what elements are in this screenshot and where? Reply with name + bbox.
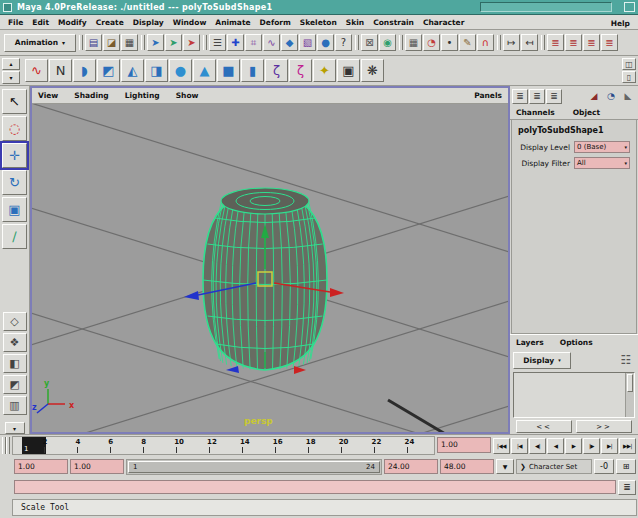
select-tool[interactable]: ↖ — [2, 89, 27, 114]
viewport-menu-item[interactable]: View — [38, 91, 74, 100]
snap-magnet-icon[interactable]: ∩ — [477, 34, 494, 51]
layer-list-scrollbar[interactable] — [625, 373, 634, 417]
move-tool[interactable]: ✛ — [2, 143, 27, 168]
select-object-icon[interactable]: ➤ — [165, 34, 182, 51]
hypershade-icon[interactable]: ◔ — [423, 34, 440, 51]
toggle-channel-box-icon[interactable]: ≣ — [583, 34, 600, 51]
selection-mask-menu-icon[interactable]: ☰ — [209, 34, 226, 51]
range-slider-bar[interactable]: 1 24 — [128, 461, 380, 473]
menu-help[interactable]: Help — [611, 17, 638, 30]
layer-display-dropdown[interactable]: Display▾ — [513, 352, 571, 369]
render-current-frame-icon[interactable]: • — [441, 34, 458, 51]
viewport-canvas[interactable]: y x z persp — [32, 104, 508, 432]
shelf-editor-icon[interactable]: ◫ — [622, 58, 636, 70]
toggle-panel-layout-icon[interactable]: ≣ — [601, 34, 618, 51]
show-manipulator-tool[interactable]: ∕ — [2, 224, 27, 249]
current-time-field[interactable]: 1.00 — [437, 437, 491, 453]
ik-handle-icon[interactable]: ζ — [289, 59, 312, 82]
menu-constrain[interactable]: Constrain — [373, 16, 423, 29]
set-key-button[interactable]: -0 — [594, 459, 614, 474]
layer-nav-button[interactable]: >> — [576, 420, 632, 433]
menu-character[interactable]: Character — [423, 16, 473, 29]
menu-modify[interactable]: Modify — [58, 16, 96, 29]
layout-single-pane-button[interactable]: ◇ — [3, 312, 27, 331]
command-line-input[interactable] — [14, 480, 616, 494]
animation-end-field[interactable]: 48.00 — [440, 459, 494, 474]
paint-effects-brush-icon[interactable]: ❋ — [361, 59, 384, 82]
animation-start-field[interactable]: 1.00 — [14, 459, 68, 474]
channel-box-menu-item[interactable]: Channels — [516, 108, 555, 117]
output-connections-icon[interactable]: ↤ — [521, 34, 538, 51]
paint-effects-icon[interactable]: ✎ — [459, 34, 476, 51]
barrel-object[interactable] — [203, 188, 327, 370]
select-all-icon[interactable]: ✚ — [227, 34, 244, 51]
planar-icon[interactable]: ◨ — [145, 59, 168, 82]
play-backwards-button[interactable]: ◀ — [547, 438, 564, 454]
nurbs-cone-icon[interactable]: ▲ — [193, 59, 216, 82]
step-back-key-button[interactable]: ◀| — [529, 438, 546, 454]
play-forwards-button[interactable]: ▶ — [565, 438, 582, 454]
input-connections-icon[interactable]: ↦ — [503, 34, 520, 51]
lock-selection-icon[interactable]: ⊠ — [361, 34, 378, 51]
maximize-button[interactable] — [624, 2, 635, 12]
nurbs-sphere-icon[interactable]: ● — [169, 59, 192, 82]
select-hierarchy-icon[interactable]: ➤ — [147, 34, 164, 51]
node-name[interactable]: polyToSubdShape1 — [512, 124, 636, 141]
channelbox-layout-1-icon[interactable]: ≣ — [512, 89, 528, 104]
scale-tool[interactable]: ▣ — [2, 197, 27, 222]
layout-four-pane-button[interactable]: ❖ — [3, 333, 27, 352]
menu-animate[interactable]: Animate — [215, 16, 259, 29]
viewport-menu-item[interactable]: Lighting — [125, 91, 176, 100]
open-scene-icon[interactable]: ◪ — [103, 34, 120, 51]
make-live-icon[interactable]: ● — [317, 34, 334, 51]
poly-cube-icon[interactable]: ■ — [217, 59, 240, 82]
layout-more-button[interactable]: ▾ — [5, 422, 25, 434]
viewport-menu-item[interactable]: Show — [176, 91, 215, 100]
menu-display[interactable]: Display — [133, 16, 173, 29]
toggle-tool-settings-icon[interactable]: ≣ — [565, 34, 582, 51]
menu-skeleton[interactable]: Skeleton — [300, 16, 346, 29]
step-forward-frame-button[interactable]: ▶| — [601, 438, 618, 454]
go-to-start-button[interactable]: |◀◀ — [493, 438, 510, 454]
snap-to-grids-icon[interactable]: ⌗ — [245, 34, 262, 51]
playback-end-field[interactable]: 24.00 — [384, 459, 438, 474]
character-set-field[interactable]: ❯ Character Set — [516, 459, 592, 474]
layout-persp-outliner-button[interactable]: ◧ — [3, 354, 27, 373]
menu-create[interactable]: Create — [96, 16, 133, 29]
script-editor-button[interactable]: ≣ — [618, 480, 636, 495]
manip-slow-icon[interactable]: ◢ — [586, 89, 602, 104]
new-scene-icon[interactable]: ▤ — [85, 34, 102, 51]
menu-window[interactable]: Window — [173, 16, 216, 29]
go-to-end-button[interactable]: ▶▶| — [619, 438, 636, 454]
save-scene-icon[interactable]: ▦ — [121, 34, 138, 51]
channelbox-layout-3-icon[interactable]: ≣ — [546, 89, 562, 104]
highlight-selection-icon[interactable]: ◉ — [379, 34, 396, 51]
layer-menu-item[interactable]: Layers — [516, 338, 544, 347]
shelf-tab-up-button[interactable]: ▴ — [2, 58, 20, 71]
shelf-tab-down-button[interactable]: ▾ — [2, 71, 20, 84]
step-forward-key-button[interactable]: |▶ — [583, 438, 600, 454]
snap-to-curves-icon[interactable]: ∿ — [263, 34, 280, 51]
drag-handle[interactable] — [0, 435, 12, 456]
menu-set-selector[interactable]: Animation▾ — [4, 34, 76, 52]
loft-icon[interactable]: ◩ — [97, 59, 120, 82]
lasso-select-tool[interactable]: ◌ — [2, 116, 27, 141]
cv-curve-tool-icon[interactable]: ∿ — [25, 59, 48, 82]
layout-hypershade-button[interactable]: ▥ — [3, 396, 27, 415]
select-component-icon[interactable]: ➤ — [183, 34, 200, 51]
text-curve-tool-icon[interactable]: N — [49, 59, 72, 82]
camera-icon[interactable]: ▣ — [337, 59, 360, 82]
poly-cylinder-icon[interactable]: ▮ — [241, 59, 264, 82]
auto-keyframe-toggle[interactable]: ⊞ — [616, 459, 636, 474]
perspective-viewport[interactable]: ViewShadingLightingShow Panels — [30, 86, 510, 434]
layer-stack-icon[interactable]: ☷ — [617, 353, 635, 367]
menu-file[interactable]: File — [8, 16, 32, 29]
window-menu-icon[interactable] — [3, 3, 12, 12]
layer-nav-button[interactable]: << — [516, 420, 572, 433]
rotate-tool[interactable]: ↻ — [2, 170, 27, 195]
title-bar[interactable]: Maya 4.0PreRelease: ./untitled --- polyT… — [0, 0, 638, 15]
playback-options-button[interactable]: ▼ — [496, 459, 514, 474]
viewport-menu-item[interactable]: Shading — [74, 91, 124, 100]
range-slider[interactable]: 1 24 — [126, 459, 382, 475]
playback-start-field[interactable]: 1.00 — [70, 459, 124, 474]
